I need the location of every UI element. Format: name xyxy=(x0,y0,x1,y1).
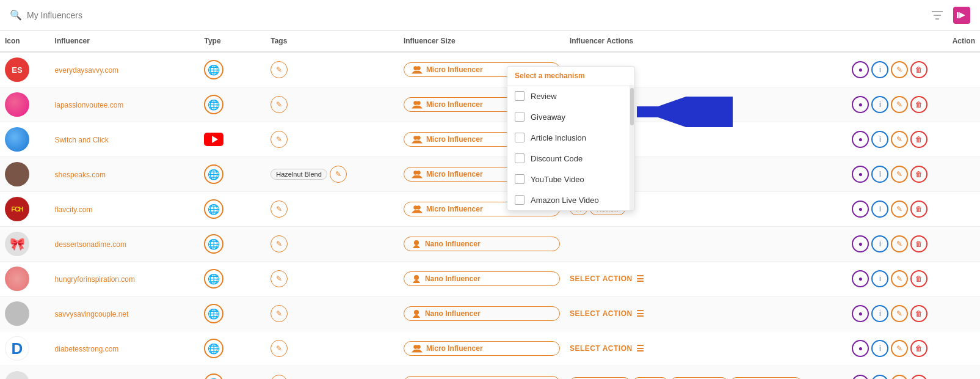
avatar: ES xyxy=(5,57,29,82)
search-input[interactable] xyxy=(22,10,970,20)
checkbox-discount[interactable] xyxy=(515,153,524,163)
checkbox-youtube[interactable] xyxy=(515,174,524,184)
checkbox-amazon[interactable] xyxy=(515,195,524,205)
purple-btn[interactable]: ● xyxy=(852,375,869,379)
purple-btn[interactable]: ● xyxy=(852,96,869,113)
influencer-link[interactable]: dessertsonadime.com xyxy=(55,240,126,249)
influencer-link[interactable]: Switch and Click xyxy=(55,136,109,144)
edit-btn[interactable]: ✎ xyxy=(891,201,908,218)
influencer-link[interactable]: shespeaks.com xyxy=(55,171,106,179)
tag-edit-btn[interactable]: ✎ xyxy=(270,375,288,379)
info-btn[interactable]: i xyxy=(871,270,888,287)
edit-btn[interactable]: ✎ xyxy=(891,235,908,252)
delete-btn[interactable]: 🗑 xyxy=(910,61,927,78)
checkbox-review[interactable] xyxy=(515,91,524,101)
purple-btn[interactable]: ● xyxy=(852,305,869,322)
influencer-link[interactable]: flavcity.com xyxy=(55,205,93,214)
delete-btn[interactable]: 🗑 xyxy=(910,131,927,148)
dropdown-item-article[interactable]: Article Inclusion xyxy=(507,127,634,148)
delete-btn[interactable]: 🗑 xyxy=(910,235,927,252)
table-row: Switch and Click ✎ Micro Influencer ● i … xyxy=(0,122,980,157)
purple-btn[interactable]: ● xyxy=(852,340,869,357)
purple-btn[interactable]: ● xyxy=(852,61,869,78)
purple-btn[interactable]: ● xyxy=(852,131,869,148)
delete-btn[interactable]: 🗑 xyxy=(910,340,927,357)
edit-btn[interactable]: ✎ xyxy=(891,61,908,78)
table-row: hungryforinspiration.com 🌐 ✎ Nano Influe… xyxy=(0,262,980,296)
col-header-size: Influencer Size xyxy=(399,31,565,52)
action-buttons: ● i ✎ 🗑 xyxy=(852,61,975,78)
table-container: Icon Influencer Type Tags Influencer Siz… xyxy=(0,31,980,379)
delete-btn[interactable]: 🗑 xyxy=(910,201,927,218)
purple-btn[interactable]: ● xyxy=(852,270,869,287)
delete-btn[interactable]: 🗑 xyxy=(910,96,927,113)
edit-btn[interactable]: ✎ xyxy=(891,96,908,113)
dropdown-item-review[interactable]: Review xyxy=(507,86,634,106)
dropdown-item-youtube[interactable]: YouTube Video xyxy=(507,169,634,190)
info-btn[interactable]: i xyxy=(871,131,888,148)
dropdown-scrollbar xyxy=(630,86,634,210)
tag-edit-btn[interactable]: ✎ xyxy=(270,340,288,357)
tag-edit-btn[interactable]: ✎ xyxy=(270,96,288,113)
tag-edit-btn[interactable]: ✎ xyxy=(270,201,288,218)
svg-rect-4 xyxy=(957,12,959,18)
tag-edit-btn[interactable]: ✎ xyxy=(330,166,347,183)
dropdown-item-label: Discount Code xyxy=(531,154,583,163)
delete-btn[interactable]: 🗑 xyxy=(910,166,927,183)
influencer-link[interactable]: everydaysavvy.com xyxy=(55,66,118,75)
select-action-label: SELECT ACTION xyxy=(570,309,633,318)
filter-icon[interactable] xyxy=(929,7,946,24)
influencer-link[interactable]: savvysavingcouple.net xyxy=(55,310,129,318)
globe-icon: 🌐 xyxy=(204,304,223,323)
influencer-link[interactable]: hungryforinspiration.com xyxy=(55,275,135,284)
influencer-link[interactable]: diabetesstrong.com xyxy=(55,345,119,353)
edit-btn[interactable]: ✎ xyxy=(891,166,908,183)
dropdown-item-discount[interactable]: Discount Code xyxy=(507,148,634,169)
purple-btn[interactable]: ● xyxy=(852,166,869,183)
checkbox-giveaway[interactable] xyxy=(515,112,524,122)
info-btn[interactable]: i xyxy=(871,61,888,78)
info-btn[interactable]: i xyxy=(871,96,888,113)
tag-edit-btn[interactable]: ✎ xyxy=(270,305,288,322)
globe-icon: 🌐 xyxy=(204,95,223,114)
search-bar: 🔍 xyxy=(0,0,980,31)
info-btn[interactable]: i xyxy=(871,166,888,183)
action-buttons: ● i ✎ 🗑 xyxy=(852,270,975,287)
delete-btn[interactable]: 🗑 xyxy=(910,270,927,287)
delete-btn[interactable]: 🗑 xyxy=(910,305,927,322)
edit-btn[interactable]: ✎ xyxy=(891,270,908,287)
info-btn[interactable]: i xyxy=(871,235,888,252)
purple-btn[interactable]: ● xyxy=(852,235,869,252)
tag-edit-btn[interactable]: ✎ xyxy=(270,270,288,287)
info-btn[interactable]: i xyxy=(871,305,888,322)
video-icon[interactable] xyxy=(953,7,970,24)
edit-btn[interactable]: ✎ xyxy=(891,131,908,148)
info-btn[interactable]: i xyxy=(871,340,888,357)
tag-edit-btn[interactable]: ✎ xyxy=(270,61,288,78)
dropdown-item-amazon[interactable]: Amazon Live Video xyxy=(507,190,634,210)
tag-edit-btn[interactable]: ✎ xyxy=(270,235,288,252)
edit-btn[interactable]: ✎ xyxy=(891,305,908,322)
select-action[interactable]: SELECT ACTION☰ xyxy=(570,344,842,353)
edit-btn[interactable]: ✎ xyxy=(891,375,908,379)
dropdown-item-label: Review xyxy=(531,92,557,101)
select-action[interactable]: SELECT ACTION☰ xyxy=(570,274,842,284)
table-row: ES everydaysavvy.com 🌐 ✎ Micro Influence… xyxy=(0,52,980,87)
svg-point-17 xyxy=(414,240,419,245)
action-buttons: ● i ✎ 🗑 xyxy=(852,131,975,148)
dropdown-item-giveaway[interactable]: Giveaway xyxy=(507,106,634,127)
info-btn[interactable]: i xyxy=(871,201,888,218)
select-action[interactable]: SELECT ACTION☰ xyxy=(570,309,842,318)
table-row: D diabetesstrong.com 🌐 ✎ Micro Influence… xyxy=(0,331,980,366)
purple-btn[interactable]: ● xyxy=(852,201,869,218)
top-right-icons xyxy=(929,7,970,24)
checkbox-article[interactable] xyxy=(515,133,524,142)
mechanism-dropdown[interactable]: Select a mechanism Review Giveaway Artic… xyxy=(507,66,635,211)
table-header-row: Icon Influencer Type Tags Influencer Siz… xyxy=(0,31,980,52)
svg-point-16 xyxy=(416,205,421,210)
influencer-link[interactable]: lapassionvoutee.com xyxy=(55,101,124,109)
delete-btn[interactable]: 🗑 xyxy=(910,375,927,379)
tag-edit-btn[interactable]: ✎ xyxy=(270,131,288,148)
edit-btn[interactable]: ✎ xyxy=(891,340,908,357)
info-btn[interactable]: i xyxy=(871,375,888,379)
